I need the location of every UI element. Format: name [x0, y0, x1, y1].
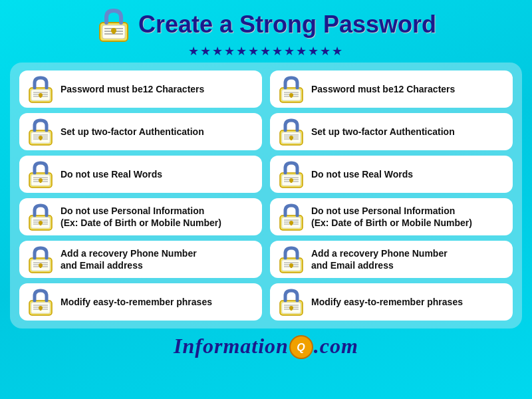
- page: Create a Strong Password ★★★★★★★★★★★★★ P…: [0, 0, 532, 399]
- lock-icon-left-0: [26, 74, 55, 104]
- svg-rect-76: [291, 265, 293, 268]
- item-text-left-0: Password must be12 Characters: [61, 83, 204, 95]
- lock-icon-left-3: [26, 202, 55, 231]
- item-text-right-2: Do not use Real Words: [311, 168, 413, 180]
- item-right-2: Do not use Real Words: [270, 156, 513, 193]
- main-card: Password must be12 Characters Password m…: [10, 63, 522, 329]
- header: Create a Strong Password: [96, 7, 436, 43]
- svg-rect-13: [40, 95, 42, 98]
- item-text-right-3: Do not use Personal Information (Ex: Dat…: [311, 205, 472, 229]
- svg-rect-41: [40, 180, 42, 183]
- lock-icon-left-4: [26, 245, 55, 274]
- lock-icon-right-4: [277, 245, 306, 274]
- header-lock-icon: [96, 7, 132, 43]
- svg-rect-27: [40, 138, 42, 140]
- svg-rect-20: [291, 95, 293, 98]
- lock-icon-right-1: [277, 117, 306, 146]
- lock-icon-right-3: [277, 202, 306, 231]
- item-left-4: Add a recovery Phone Number and Email ad…: [19, 241, 262, 278]
- item-right-3: Do not use Personal Information (Ex: Dat…: [270, 198, 513, 235]
- item-text-left-2: Do not use Real Words: [61, 168, 162, 180]
- item-text-left-4: Add a recovery Phone Number and Email ad…: [61, 247, 197, 271]
- item-text-left-3: Do not use Personal Information (Ex: Dat…: [61, 205, 221, 229]
- item-text-right-1: Set up two-factor Authentication: [311, 126, 455, 138]
- footer-text: Information Q .com: [174, 334, 358, 362]
- item-right-5: Modify easy-to-remember phrases: [270, 283, 513, 321]
- item-left-1: Set up two-factor Authentication: [19, 113, 262, 150]
- svg-rect-83: [40, 308, 42, 311]
- item-text-right-0: Password must be12 Characters: [311, 83, 455, 95]
- svg-text:Q: Q: [297, 342, 305, 353]
- item-text-left-1: Set up two-factor Authentication: [61, 126, 204, 138]
- item-right-1: Set up two-factor Authentication: [270, 113, 513, 150]
- item-left-2: Do not use Real Words: [19, 156, 262, 193]
- lock-icon-right-2: [277, 160, 306, 189]
- lock-icon-right-5: [277, 287, 306, 317]
- lock-icon-left-5: [26, 287, 55, 317]
- item-left-5: Modify easy-to-remember phrases: [19, 283, 262, 321]
- svg-rect-6: [112, 31, 115, 34]
- item-left-0: Password must be12 Characters: [19, 70, 262, 108]
- svg-rect-69: [40, 265, 42, 268]
- lock-icon-left-2: [26, 160, 55, 189]
- footer-logo-circle: Q: [289, 334, 314, 360]
- page-title: Create a Strong Password: [138, 11, 436, 39]
- svg-rect-48: [291, 180, 293, 183]
- lock-icon-left-1: [26, 117, 55, 146]
- svg-rect-62: [291, 223, 293, 225]
- svg-rect-34: [291, 138, 293, 140]
- item-text-right-4: Add a recovery Phone Number and Email ad…: [311, 247, 448, 271]
- item-right-0: Password must be12 Characters: [270, 70, 513, 108]
- svg-rect-55: [40, 223, 42, 225]
- svg-rect-90: [291, 308, 293, 311]
- stars-decoration: ★★★★★★★★★★★★★: [188, 44, 344, 59]
- lock-icon-right-0: [277, 74, 306, 104]
- item-text-right-5: Modify easy-to-remember phrases: [311, 296, 463, 308]
- item-text-left-5: Modify easy-to-remember phrases: [61, 296, 212, 308]
- item-right-4: Add a recovery Phone Number and Email ad…: [270, 241, 513, 278]
- item-left-3: Do not use Personal Information (Ex: Dat…: [19, 198, 262, 235]
